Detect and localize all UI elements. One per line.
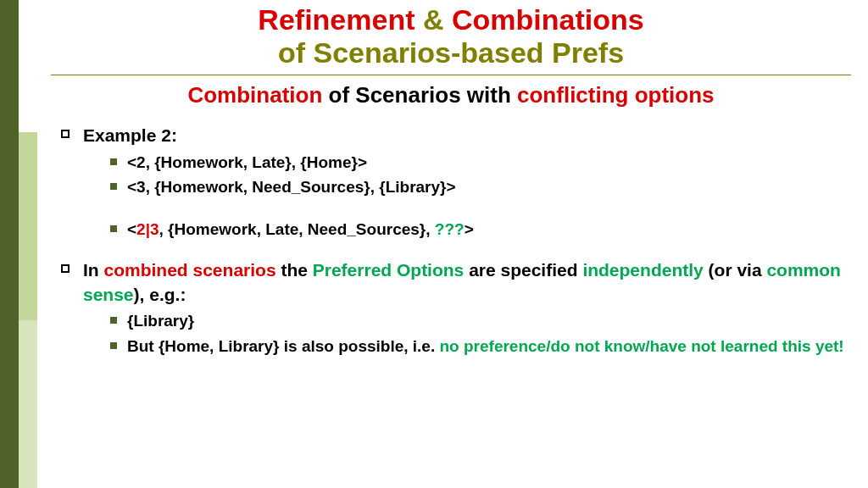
in-combined-item: In combined scenarios the Preferred Opti… bbox=[61, 258, 851, 357]
in-p9: ), e.g.: bbox=[134, 285, 186, 304]
in-p6: independently bbox=[582, 260, 703, 280]
side-stripes bbox=[0, 0, 41, 488]
subhead-mid: of Scenarios with bbox=[322, 82, 517, 108]
tuple-2: <3, {Homework, Need_Sources}, {Library}> bbox=[110, 176, 851, 198]
stripe-mid bbox=[19, 132, 37, 320]
combined-tuple: <2|3, {Homework, Late, Need_Sources}, ??… bbox=[110, 219, 851, 241]
in-p4: Preferred Options bbox=[313, 260, 465, 280]
in-p2: combined scenarios bbox=[104, 260, 276, 280]
combined-mid: , {Homework, Late, Need_Sources}, bbox=[159, 220, 435, 238]
in-p1: In bbox=[83, 260, 104, 280]
combined-ids: 2|3 bbox=[136, 220, 159, 238]
subheading: Combination of Scenarios with conflictin… bbox=[51, 82, 851, 108]
note-2a: But {Home, Library} is also possible, i.… bbox=[127, 337, 440, 355]
combined-open: < bbox=[127, 220, 136, 238]
in-p3: the bbox=[276, 260, 313, 280]
subhead-conflicting: conflicting options bbox=[517, 82, 715, 108]
combined-close: > bbox=[465, 220, 474, 238]
in-p5: are specified bbox=[464, 260, 582, 280]
note-library: {Library} bbox=[110, 310, 851, 332]
in-p7: (or via bbox=[704, 260, 767, 280]
stripe-dark bbox=[0, 0, 19, 488]
title-word-refinement: Refinement bbox=[258, 3, 415, 36]
note-home-library: But {Home, Library} is also possible, i.… bbox=[110, 336, 851, 358]
title-divider bbox=[51, 75, 851, 75]
example-2-item: Example 2: <2, {Homework, Late}, {Home}>… bbox=[61, 124, 851, 240]
title-line-1: Refinement & Combinations bbox=[51, 3, 851, 36]
example-label: Example 2: bbox=[83, 125, 177, 145]
slide-title: Refinement & Combinations of Scenarios-b… bbox=[51, 0, 851, 69]
slide-content: Refinement & Combinations of Scenarios-b… bbox=[51, 0, 851, 488]
tuple-1: <2, {Homework, Late}, {Home}> bbox=[110, 152, 851, 174]
title-line-2: of Scenarios-based Prefs bbox=[51, 36, 851, 69]
note-2b: no preference/do not know/have not learn… bbox=[440, 337, 844, 355]
stripe-light bbox=[19, 320, 37, 488]
title-word-combinations: Combinations bbox=[452, 3, 644, 36]
combined-question: ??? bbox=[435, 220, 465, 238]
body: Example 2: <2, {Homework, Late}, {Home}>… bbox=[61, 124, 851, 357]
subhead-combination: Combination bbox=[187, 82, 322, 108]
title-ampersand: & bbox=[423, 3, 444, 36]
